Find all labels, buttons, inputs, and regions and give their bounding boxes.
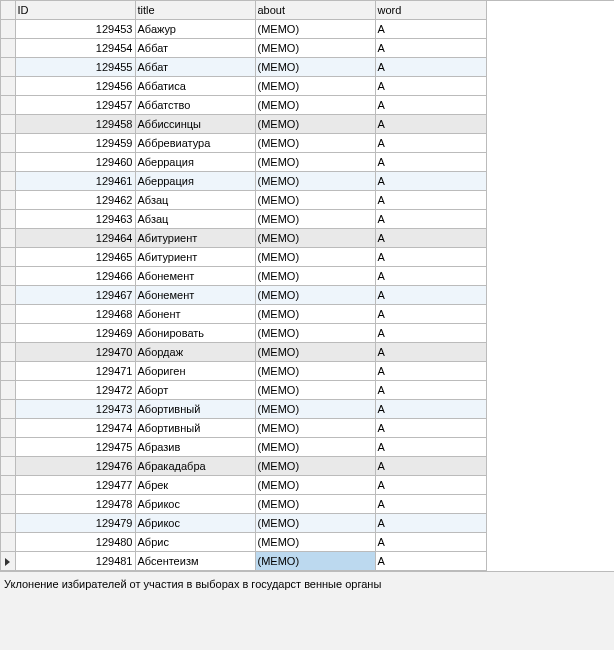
cell-id[interactable]: 129477 bbox=[15, 476, 135, 495]
row-header[interactable] bbox=[1, 267, 15, 286]
row-header[interactable] bbox=[1, 96, 15, 115]
cell-about[interactable]: (MEMO) bbox=[255, 20, 375, 39]
cell-word[interactable]: А bbox=[375, 77, 486, 96]
cell-word[interactable]: А bbox=[375, 286, 486, 305]
cell-word[interactable]: А bbox=[375, 172, 486, 191]
cell-about[interactable]: (MEMO) bbox=[255, 115, 375, 134]
cell-word[interactable]: А bbox=[375, 20, 486, 39]
cell-title[interactable]: Аббревиатура bbox=[135, 134, 255, 153]
cell-word[interactable]: А bbox=[375, 324, 486, 343]
cell-about[interactable]: (MEMO) bbox=[255, 229, 375, 248]
cell-title[interactable]: Аббиссинцы bbox=[135, 115, 255, 134]
cell-word[interactable]: А bbox=[375, 191, 486, 210]
cell-word[interactable]: А bbox=[375, 267, 486, 286]
cell-id[interactable]: 129468 bbox=[15, 305, 135, 324]
table-row[interactable]: 129457Аббатство(MEMO)А bbox=[1, 96, 486, 115]
cell-id[interactable]: 129469 bbox=[15, 324, 135, 343]
cell-id[interactable]: 129478 bbox=[15, 495, 135, 514]
row-header[interactable] bbox=[1, 324, 15, 343]
cell-about[interactable]: (MEMO) bbox=[255, 96, 375, 115]
cell-word[interactable]: А bbox=[375, 438, 486, 457]
table-row[interactable]: 129476Абракадабра(MEMO)А bbox=[1, 457, 486, 476]
cell-about[interactable]: (MEMO) bbox=[255, 210, 375, 229]
cell-about[interactable]: (MEMO) bbox=[255, 77, 375, 96]
cell-id[interactable]: 129461 bbox=[15, 172, 135, 191]
cell-about[interactable]: (MEMO) bbox=[255, 305, 375, 324]
cell-word[interactable]: А bbox=[375, 514, 486, 533]
cell-title[interactable]: Абрек bbox=[135, 476, 255, 495]
row-header[interactable] bbox=[1, 286, 15, 305]
cell-title[interactable]: Абракадабра bbox=[135, 457, 255, 476]
cell-word[interactable]: А bbox=[375, 362, 486, 381]
row-header[interactable] bbox=[1, 172, 15, 191]
data-grid[interactable]: ID title about word 129453Абажур(MEMO)А1… bbox=[0, 0, 614, 571]
cell-about[interactable]: (MEMO) bbox=[255, 343, 375, 362]
row-header[interactable] bbox=[1, 457, 15, 476]
cell-word[interactable]: А bbox=[375, 457, 486, 476]
cell-about[interactable]: (MEMO) bbox=[255, 438, 375, 457]
cell-word[interactable]: А bbox=[375, 400, 486, 419]
table-row[interactable]: 129470Абордаж(MEMO)А bbox=[1, 343, 486, 362]
cell-title[interactable]: Абзац bbox=[135, 191, 255, 210]
cell-about[interactable]: (MEMO) bbox=[255, 419, 375, 438]
table-row[interactable]: 129460Аберрация(MEMO)А bbox=[1, 153, 486, 172]
cell-about[interactable]: (MEMO) bbox=[255, 381, 375, 400]
cell-title[interactable]: Аббатиса bbox=[135, 77, 255, 96]
row-header[interactable] bbox=[1, 533, 15, 552]
row-header[interactable] bbox=[1, 305, 15, 324]
row-header[interactable] bbox=[1, 115, 15, 134]
cell-about[interactable]: (MEMO) bbox=[255, 172, 375, 191]
table-row[interactable]: 129471Абориген(MEMO)А bbox=[1, 362, 486, 381]
row-header[interactable] bbox=[1, 134, 15, 153]
cell-about[interactable]: (MEMO) bbox=[255, 514, 375, 533]
table-row[interactable]: 129456Аббатиса(MEMO)А bbox=[1, 77, 486, 96]
cell-title[interactable]: Аберрация bbox=[135, 172, 255, 191]
cell-title[interactable]: Абонемент bbox=[135, 267, 255, 286]
cell-about[interactable]: (MEMO) bbox=[255, 286, 375, 305]
cell-about[interactable]: (MEMO) bbox=[255, 476, 375, 495]
cell-id[interactable]: 129456 bbox=[15, 77, 135, 96]
table-row[interactable]: 129478Абрикос(MEMO)А bbox=[1, 495, 486, 514]
cell-title[interactable]: Абрис bbox=[135, 533, 255, 552]
row-header[interactable] bbox=[1, 419, 15, 438]
cell-about[interactable]: (MEMO) bbox=[255, 400, 375, 419]
cell-title[interactable]: Абориген bbox=[135, 362, 255, 381]
row-header[interactable] bbox=[1, 400, 15, 419]
cell-about[interactable]: (MEMO) bbox=[255, 191, 375, 210]
cell-word[interactable]: А bbox=[375, 419, 486, 438]
cell-title[interactable]: Абрикос bbox=[135, 514, 255, 533]
row-header[interactable] bbox=[1, 20, 15, 39]
row-header[interactable] bbox=[1, 39, 15, 58]
cell-word[interactable]: А bbox=[375, 210, 486, 229]
cell-word[interactable]: А bbox=[375, 476, 486, 495]
cell-word[interactable]: А bbox=[375, 381, 486, 400]
cell-title[interactable]: Абонировать bbox=[135, 324, 255, 343]
row-header[interactable] bbox=[1, 514, 15, 533]
cell-title[interactable]: Аберрация bbox=[135, 153, 255, 172]
row-header[interactable] bbox=[1, 77, 15, 96]
cell-word[interactable]: А bbox=[375, 229, 486, 248]
cell-title[interactable]: Абразив bbox=[135, 438, 255, 457]
table-row[interactable]: 129474Абортивный(MEMO)А bbox=[1, 419, 486, 438]
table-row[interactable]: 129462Абзац(MEMO)А bbox=[1, 191, 486, 210]
row-header[interactable] bbox=[1, 438, 15, 457]
table-row[interactable]: 129465Абитуриент(MEMO)А bbox=[1, 248, 486, 267]
cell-id[interactable]: 129475 bbox=[15, 438, 135, 457]
table-row[interactable]: 129473Абортивный(MEMO)А bbox=[1, 400, 486, 419]
table-row[interactable]: 129468Абонент(MEMO)А bbox=[1, 305, 486, 324]
cell-id[interactable]: 129474 bbox=[15, 419, 135, 438]
cell-about[interactable]: (MEMO) bbox=[255, 324, 375, 343]
table-row[interactable]: 129477Абрек(MEMO)А bbox=[1, 476, 486, 495]
row-header[interactable] bbox=[1, 362, 15, 381]
table-row[interactable]: 129472Аборт(MEMO)А bbox=[1, 381, 486, 400]
cell-word[interactable]: А bbox=[375, 134, 486, 153]
table-row[interactable]: 129453Абажур(MEMO)А bbox=[1, 20, 486, 39]
cell-about[interactable]: (MEMO) bbox=[255, 153, 375, 172]
cell-about[interactable]: (MEMO) bbox=[255, 533, 375, 552]
cell-title[interactable]: Абордаж bbox=[135, 343, 255, 362]
table-row[interactable]: 129454Аббат(MEMO)А bbox=[1, 39, 486, 58]
cell-id[interactable]: 129454 bbox=[15, 39, 135, 58]
cell-title[interactable]: Абортивный bbox=[135, 400, 255, 419]
cell-word[interactable]: А bbox=[375, 248, 486, 267]
cell-about[interactable]: (MEMO) bbox=[255, 134, 375, 153]
